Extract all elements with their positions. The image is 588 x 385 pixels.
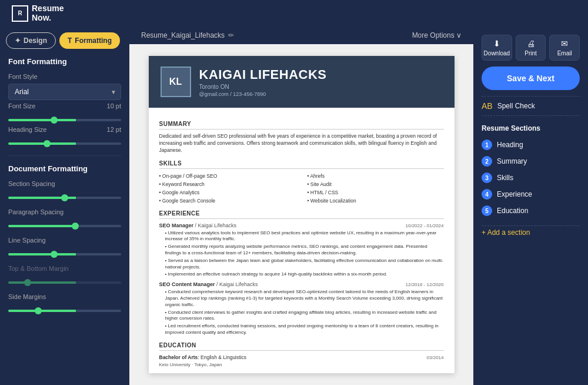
- tab-design[interactable]: ✦ Design: [6, 32, 56, 49]
- top-bottom-margin-slider[interactable]: [8, 281, 121, 284]
- section-item-skills[interactable]: 3 Skills: [482, 171, 580, 184]
- skill-item: HTML / CSS: [308, 189, 444, 196]
- side-margins-slider[interactable]: [8, 310, 121, 312]
- skill-item: Site Audit: [308, 181, 444, 188]
- section-item-education[interactable]: 5 Education: [482, 204, 580, 217]
- edit-icon[interactable]: ✏: [228, 31, 234, 39]
- resume-sections-title: Resume Sections: [482, 124, 580, 132]
- heading-size-value: 12 pt: [107, 126, 121, 133]
- line-spacing-label: Line Spacing: [8, 237, 121, 244]
- resume-name-block: KAIGAI LIFEHACKS Toronto ON @gmail.com /…: [199, 67, 327, 97]
- font-formatting-title: Font Formatting: [8, 57, 121, 66]
- tab-formatting[interactable]: T Formatting: [59, 32, 120, 49]
- section-item-heading[interactable]: 1 Heading: [482, 138, 580, 151]
- resume-initials: KL: [161, 67, 191, 97]
- doc-topbar: Resume_Kaigai_Lifehacks ✏ More Options ∨: [129, 26, 473, 44]
- section-label-skills: Skills: [497, 174, 513, 182]
- save-next-button[interactable]: Save & Next: [482, 67, 580, 90]
- section-list: 1 Heading 2 Summary 3 Skills 4 Experienc…: [482, 138, 580, 217]
- exp-title-2: SEO Content Manager / Kaigai Lifehacks: [159, 281, 258, 287]
- resume-name: KAIGAI LIFEHACKS: [199, 67, 327, 82]
- section-label-summary: Summary: [497, 157, 527, 165]
- edu-entry-1: Bachelor of Arts: English & Linguistics …: [159, 354, 444, 367]
- section-item-experience[interactable]: 4 Experience: [482, 188, 580, 201]
- print-button[interactable]: 🖨 Print: [516, 35, 546, 61]
- section-spacing-slider-container: [8, 191, 121, 201]
- summary-text: Dedicated and self-driven SEO profession…: [159, 133, 444, 154]
- paragraph-spacing-slider-container: [8, 219, 121, 230]
- font-size-slider[interactable]: [8, 119, 121, 121]
- edu-date: 03/2014: [427, 355, 444, 360]
- download-icon: ⬇: [493, 39, 500, 48]
- action-buttons: ⬇ Download 🖨 Print ✉ Email: [482, 35, 580, 61]
- bullet: Implemented an effective outreach strate…: [165, 271, 444, 278]
- bullet: Led recruitment efforts, conducted train…: [165, 323, 444, 336]
- bullet: Conducted comprehensive keyword research…: [165, 289, 444, 308]
- experience-header: EXPERIENCE: [159, 210, 444, 219]
- logo: R Resume Now.: [12, 4, 64, 22]
- job-entry-1: SEO Manager / Kaigai Lifehacks 10/2022 -…: [159, 223, 444, 278]
- exp-title-1: SEO Manager / Kaigai Lifehacks: [159, 223, 237, 228]
- section-spacing-slider[interactable]: [8, 197, 121, 199]
- skills-header: SKILLS: [159, 160, 444, 169]
- heading-size-slider[interactable]: [8, 142, 121, 145]
- logo-text: Resume Now.: [32, 4, 64, 22]
- resume-wrapper: KL KAIGAI LIFEHACKS Toronto ON @gmail.co…: [129, 44, 473, 385]
- section-spacing-label: Section Spacing: [8, 180, 121, 187]
- doc-filename: Resume_Kaigai_Lifehacks ✏: [141, 31, 234, 39]
- formatting-icon: T: [68, 36, 72, 45]
- paragraph-spacing-slider[interactable]: [8, 225, 121, 227]
- skills-grid: On-page / Off-page SEO Ahrefs Keyword Re…: [159, 172, 444, 204]
- design-icon: ✦: [15, 36, 21, 45]
- exp-date-2: 12/2016 - 12/2020: [406, 282, 444, 287]
- more-options-button[interactable]: More Options ∨: [412, 31, 462, 39]
- left-panel: ✦ Design T Formatting Font Formatting Fo…: [0, 26, 129, 385]
- font-size-row: Font Size 10 pt: [8, 102, 121, 109]
- topbar: R Resume Now.: [0, 0, 588, 26]
- panel-content: Font Formatting Font Style Arial Times N…: [0, 49, 129, 385]
- top-bottom-margin-slider-container: [8, 276, 121, 286]
- tab-row: ✦ Design T Formatting: [0, 26, 129, 49]
- paragraph-spacing-label: Paragraph Spacing: [8, 208, 121, 215]
- bullet: Served as a liaison between the Japan te…: [165, 258, 444, 271]
- email-button[interactable]: ✉ Email: [549, 35, 580, 61]
- bullet: Conducted client interviews to gather in…: [165, 310, 444, 323]
- logo-box: R: [12, 5, 28, 22]
- section-item-summary[interactable]: 2 Summary: [482, 155, 580, 168]
- font-style-select[interactable]: Arial Times New Roman Helvetica: [8, 84, 121, 100]
- middle-area: Resume_Kaigai_Lifehacks ✏ More Options ∨…: [129, 26, 473, 385]
- main-layout: ✦ Design T Formatting Font Formatting Fo…: [0, 26, 588, 385]
- section-num-5: 5: [482, 205, 492, 216]
- section-label-heading: Heading: [497, 141, 523, 149]
- spell-check-icon: AB: [482, 101, 493, 111]
- heading-size-row: Heading Size 12 pt: [8, 126, 121, 133]
- line-spacing-slider[interactable]: [8, 253, 121, 255]
- section-num-3: 3: [482, 172, 492, 183]
- edu-title: Bachelor of Arts: English & Linguistics: [159, 354, 247, 360]
- exp-date-1: 10/2022 - 01/2024: [406, 223, 444, 228]
- font-size-slider-container: [8, 113, 121, 124]
- heading-size-label: Heading Size: [8, 126, 46, 133]
- section-num-2: 2: [482, 156, 492, 167]
- skill-item: Ahrefs: [308, 172, 444, 180]
- skill-item: Website Localization: [308, 197, 444, 204]
- section-label-experience: Experience: [497, 190, 532, 198]
- edu-sub: Keio University · Tokyo, Japan: [159, 362, 444, 367]
- spell-check-row[interactable]: AB Spell Check: [482, 96, 580, 116]
- download-button[interactable]: ⬇ Download: [482, 35, 512, 61]
- skill-item: Google Analytics: [159, 189, 296, 196]
- add-section-button[interactable]: + Add a section: [482, 225, 580, 239]
- education-header: EDUCATION: [159, 342, 444, 351]
- resume-location: Toronto ON: [199, 84, 327, 90]
- summary-header: SUMMARY: [159, 121, 444, 130]
- side-margins-slider-container: [8, 304, 121, 314]
- doc-formatting-title: Document Formatting: [8, 164, 121, 173]
- resume-contact: @gmail.com / 123-456-7890: [199, 91, 327, 97]
- spell-check-label: Spell Check: [497, 102, 535, 110]
- font-size-value: 10 pt: [107, 102, 121, 109]
- skill-item: Google Search Console: [159, 197, 296, 204]
- resume-page: KL KAIGAI LIFEHACKS Toronto ON @gmail.co…: [149, 56, 455, 373]
- resume-header: KL KAIGAI LIFEHACKS Toronto ON @gmail.co…: [149, 56, 455, 108]
- right-panel: ⬇ Download 🖨 Print ✉ Email Save & Next A…: [473, 26, 588, 385]
- job-entry-2: SEO Content Manager / Kaigai Lifehacks 1…: [159, 281, 444, 336]
